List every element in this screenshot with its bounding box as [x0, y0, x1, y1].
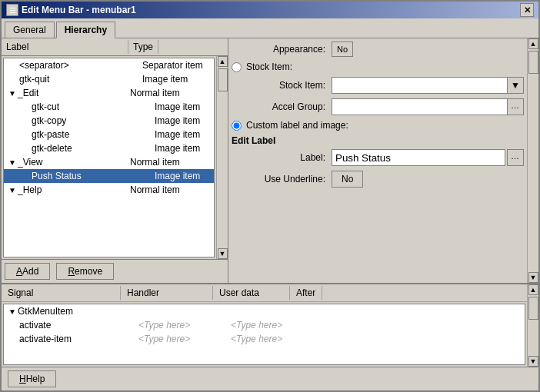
signal-section: Signal Handler User data After ▼ GtkMenu…: [2, 283, 538, 390]
signal-scroll-up[interactable]: ▲: [528, 284, 538, 295]
label-row: Label: …: [232, 149, 524, 166]
tree-row[interactable]: gtk-copy Image item: [4, 114, 214, 128]
stock-item-label: Stock Item:: [232, 80, 332, 91]
tree-toggle[interactable]: ▼: [7, 88, 18, 98]
row-type: Image item: [155, 129, 211, 140]
row-label: gtk-quit: [19, 74, 49, 85]
type-column-header: Type: [128, 40, 158, 54]
titlebar: ☰ Edit Menu Bar - menubar1 ✕: [2, 2, 538, 18]
accel-group-row: Accel Group: …: [232, 98, 524, 115]
tree-scrollbar[interactable]: ▲ ▼: [216, 56, 228, 259]
appearance-label: Appearance:: [232, 44, 332, 55]
label-browse-button[interactable]: …: [507, 149, 524, 166]
tree-row[interactable]: gtk-paste Image item: [4, 128, 214, 141]
signal-group: ▼ GtkMenuItem: [4, 304, 525, 318]
row-type: Separator item: [142, 60, 211, 71]
label-control: …: [332, 149, 524, 166]
scroll-thumb[interactable]: [218, 68, 228, 91]
row-label: gtk-cut: [32, 101, 59, 112]
signal-group-toggle[interactable]: ▼: [7, 306, 18, 317]
tree-header: Label Type: [2, 38, 228, 56]
tree-row[interactable]: gtk-cut Image item: [4, 100, 214, 114]
signal-group-label: GtkMenuItem: [18, 306, 73, 317]
use-underline-label: Use Underline:: [232, 174, 332, 184]
signal-container[interactable]: ▼ GtkMenuItem activate <Type here> <Type…: [3, 304, 525, 365]
bottom-buttons: AAdd Remove: [2, 259, 228, 283]
tab-hierarchy[interactable]: Hierarchy: [56, 22, 115, 38]
label-field-label: Label:: [232, 152, 332, 163]
left-panel: Label Type <separator> Separator item: [2, 38, 228, 283]
add-button[interactable]: AAdd: [5, 263, 50, 280]
use-underline-button[interactable]: No: [332, 171, 363, 188]
accel-group-browse[interactable]: …: [507, 98, 524, 115]
signal-userdata-input[interactable]: <Type here>: [231, 320, 308, 331]
window-title: Edit Menu Bar - menubar1: [22, 5, 136, 15]
edit-label-section-title: Edit Label: [232, 135, 524, 146]
row-label: gtk-delete: [32, 143, 72, 154]
signal-col-header: Signal: [2, 286, 121, 300]
custom-label-radio[interactable]: [232, 121, 242, 131]
row-label: _View: [18, 157, 42, 168]
right-scroll-down[interactable]: ▼: [528, 272, 538, 283]
tree-toggle[interactable]: ▼: [7, 157, 18, 168]
tree-row-selected[interactable]: Push Status Image item: [4, 169, 214, 183]
row-type: Normal item: [130, 157, 211, 168]
tree-container[interactable]: <separator> Separator item gtk-quit Imag…: [3, 58, 215, 257]
signal-handler-input[interactable]: <Type here>: [138, 320, 231, 331]
row-label: _Help: [18, 184, 42, 195]
accel-group-input[interactable]: [332, 98, 507, 115]
stock-item-row: Stock Item: ▼: [232, 77, 524, 94]
close-button[interactable]: ✕: [520, 3, 534, 17]
accel-group-label: Accel Group:: [232, 101, 332, 112]
signal-row[interactable]: activate <Type here> <Type here>: [4, 318, 525, 332]
row-type: Normal item: [130, 88, 211, 98]
signal-scroll-thumb[interactable]: [528, 297, 538, 320]
signal-handler-input[interactable]: <Type here>: [138, 334, 231, 344]
signal-row[interactable]: activate-item <Type here> <Type here>: [4, 332, 525, 346]
stock-item-dropdown[interactable]: ▼: [507, 77, 524, 94]
signal-header: Signal Handler User data After: [2, 284, 527, 302]
handler-col-header: Handler: [121, 286, 213, 300]
right-panel: Appearance: No Stock Item: Stock Item:: [228, 38, 527, 283]
tabs-bar: General Hierarchy: [2, 18, 538, 38]
label-input[interactable]: [332, 149, 505, 166]
use-underline-control: No: [332, 171, 524, 188]
row-label: <separator>: [19, 60, 69, 71]
help-section: HHelp: [2, 367, 538, 390]
tree-row[interactable]: ▼ _View Normal item: [4, 155, 214, 169]
tree-row[interactable]: ▼ _Edit Normal item: [4, 86, 214, 100]
row-type: Image item: [155, 115, 211, 126]
row-label: _Edit: [18, 88, 38, 98]
right-scrollbar[interactable]: ▲ ▼: [527, 38, 538, 283]
tree-row[interactable]: ▼ _Help Normal item: [4, 183, 214, 197]
app-icon: ☰: [6, 4, 18, 16]
stock-item-input[interactable]: [332, 77, 507, 94]
tree-row[interactable]: gtk-quit Image item: [4, 72, 214, 86]
appearance-row: Appearance: No: [232, 42, 524, 57]
label-column-header: Label: [2, 40, 128, 54]
appearance-no-button[interactable]: No: [332, 42, 353, 57]
tree-row[interactable]: <separator> Separator item: [4, 58, 214, 72]
signal-scroll-down[interactable]: ▼: [528, 356, 538, 367]
use-underline-row: Use Underline: No: [232, 171, 524, 188]
main-content: Label Type <separator> Separator item: [2, 38, 538, 283]
row-type: Image item: [142, 74, 211, 85]
scroll-down-arrow[interactable]: ▼: [218, 248, 228, 259]
right-scroll-up[interactable]: ▲: [528, 38, 538, 49]
userdata-col-header: User data: [213, 286, 290, 300]
signal-name: activate-item: [19, 334, 138, 344]
stock-item-radio-label: Stock Item:: [246, 61, 292, 72]
right-scroll-thumb[interactable]: [528, 51, 538, 74]
signal-userdata-input[interactable]: <Type here>: [231, 334, 308, 344]
scroll-up-arrow[interactable]: ▲: [218, 56, 228, 67]
row-type: Image item: [155, 143, 211, 154]
stock-item-radio[interactable]: [232, 62, 242, 72]
help-button[interactable]: HHelp: [8, 370, 56, 387]
remove-button[interactable]: Remove: [56, 263, 114, 280]
signal-scrollbar[interactable]: ▲ ▼: [527, 284, 538, 367]
tab-general[interactable]: General: [5, 22, 55, 38]
tree-row[interactable]: gtk-delete Image item: [4, 141, 214, 155]
appearance-control: No: [332, 42, 524, 57]
tree-toggle[interactable]: ▼: [7, 184, 18, 195]
stock-item-control: ▼: [332, 77, 524, 94]
